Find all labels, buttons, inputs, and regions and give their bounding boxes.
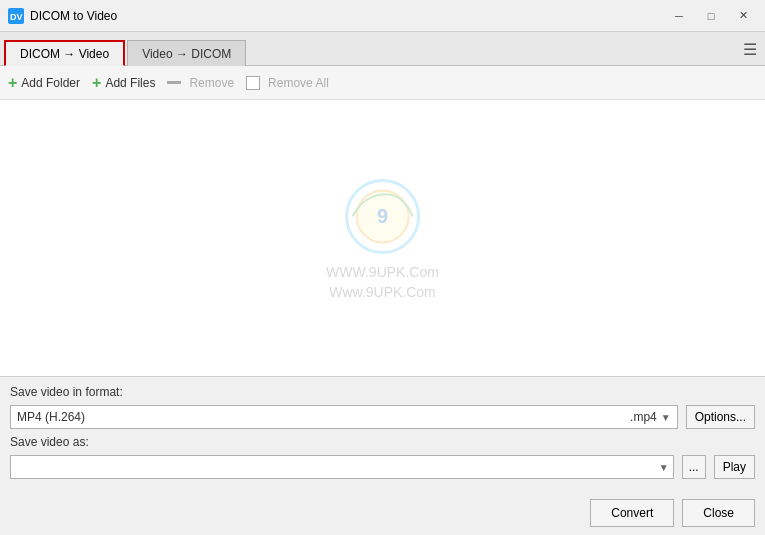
format-ext: .mp4 <box>630 410 657 424</box>
browse-button[interactable]: ... <box>682 455 706 479</box>
watermark: 9 WWW.9UPK.Com Www.9UPK.Com <box>326 177 439 300</box>
app-icon: DV <box>8 8 24 24</box>
save-row: ▼ ... Play <box>10 455 755 479</box>
play-button[interactable]: Play <box>714 455 755 479</box>
file-list-area[interactable]: 9 WWW.9UPK.Com Www.9UPK.Com <box>0 100 765 376</box>
watermark-text2: Www.9UPK.Com <box>326 284 439 300</box>
add-files-button[interactable]: + Add Files <box>92 74 155 92</box>
action-bar: Convert Close <box>0 493 765 535</box>
bottom-panel: Save video in format: MP4 (H.264) .mp4 ▼… <box>0 376 765 493</box>
svg-text:DV: DV <box>10 12 23 22</box>
save-dropdown-arrow[interactable]: ▼ <box>659 462 669 473</box>
svg-point-3 <box>357 191 409 243</box>
tab-video-to-dicom[interactable]: Video → DICOM <box>127 40 246 66</box>
options-button[interactable]: Options... <box>686 405 755 429</box>
checkbox-icon <box>246 76 260 90</box>
close-window-button[interactable]: ✕ <box>729 6 757 26</box>
format-dropdown-arrow[interactable]: ▼ <box>661 412 671 423</box>
convert-button[interactable]: Convert <box>590 499 674 527</box>
close-button[interactable]: Close <box>682 499 755 527</box>
hamburger-menu-icon[interactable]: ☰ <box>743 39 757 58</box>
remove-icon <box>167 81 181 84</box>
minimize-button[interactable]: ─ <box>665 6 693 26</box>
tab-bar: DICOM → Video Video → DICOM ☰ <box>0 32 765 66</box>
tab-dicom-to-video[interactable]: DICOM → Video <box>4 40 125 66</box>
svg-point-2 <box>347 181 419 253</box>
save-path-input[interactable]: ▼ <box>10 455 674 479</box>
add-folder-button[interactable]: + Add Folder <box>8 74 80 92</box>
save-label-row: Save video as: <box>10 435 755 449</box>
window-title: DICOM to Video <box>30 9 665 23</box>
save-label: Save video as: <box>10 435 89 449</box>
svg-text:9: 9 <box>377 205 388 227</box>
format-select-row: MP4 (H.264) .mp4 ▼ Options... <box>10 405 755 429</box>
remove-button[interactable]: Remove <box>167 76 234 90</box>
remove-all-button[interactable]: Remove All <box>246 76 329 90</box>
add-files-icon: + <box>92 74 101 92</box>
add-folder-icon: + <box>8 74 17 92</box>
format-row: Save video in format: <box>10 385 755 399</box>
window-controls: ─ □ ✕ <box>665 6 757 26</box>
format-value: MP4 (H.264) <box>17 410 630 424</box>
toolbar: + Add Folder + Add Files Remove Remove A… <box>0 66 765 100</box>
title-bar: DV DICOM to Video ─ □ ✕ <box>0 0 765 32</box>
format-dropdown[interactable]: MP4 (H.264) .mp4 ▼ <box>10 405 678 429</box>
format-label: Save video in format: <box>10 385 123 399</box>
maximize-button[interactable]: □ <box>697 6 725 26</box>
watermark-text1: WWW.9UPK.Com <box>326 264 439 280</box>
